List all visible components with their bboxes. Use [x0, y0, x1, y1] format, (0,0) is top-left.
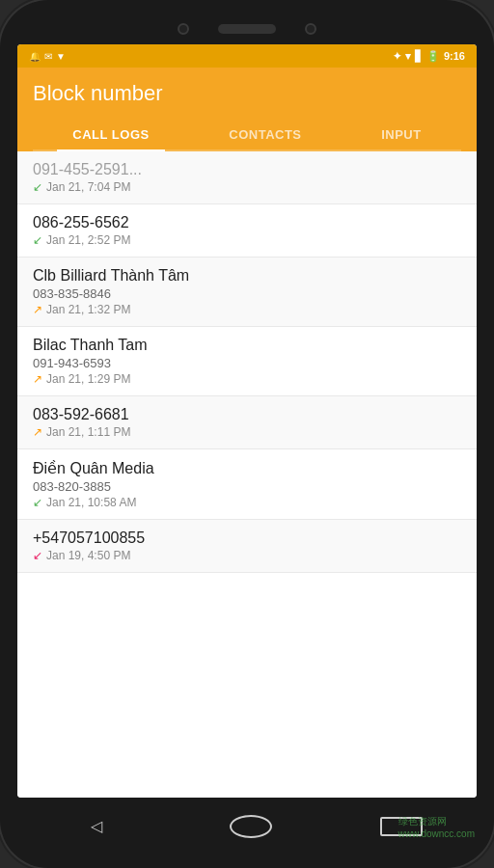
- list-item[interactable]: Điền Quân Media 083-820-3885 ↙ Jan 21, 1…: [17, 449, 477, 520]
- status-icons-right: ✦ ▾ ▋ 🔋 9:16: [393, 50, 465, 63]
- contact-name: 083-592-6681: [33, 406, 461, 423]
- call-meta: ↗ Jan 21, 1:29 PM: [33, 372, 461, 386]
- call-time: Jan 21, 7:04 PM: [46, 180, 130, 194]
- call-meta: ↙ Jan 21, 7:04 PM: [33, 180, 461, 194]
- list-item[interactable]: 083-592-6681 ↗ Jan 21, 1:11 PM: [17, 396, 477, 449]
- call-time: Jan 21, 1:32 PM: [46, 303, 130, 316]
- phone-top-bar: [17, 17, 477, 44]
- earpiece-speaker: [218, 24, 276, 34]
- call-time: Jan 21, 1:29 PM: [46, 372, 130, 386]
- call-time: Jan 21, 1:11 PM: [46, 425, 130, 439]
- tab-bar: CALL LOGS CONTACTS INPUT: [33, 120, 461, 151]
- contact-number: 091-943-6593: [33, 356, 461, 370]
- call-direction-icon: ↗: [33, 372, 42, 386]
- app-title: Block number: [33, 81, 461, 106]
- call-meta: ↗ Jan 21, 1:11 PM: [33, 425, 461, 439]
- location-icon: ▼: [56, 51, 66, 62]
- contact-name: 086-255-6562: [33, 214, 461, 231]
- call-meta: ↙ Jan 19, 4:50 PM: [33, 549, 461, 562]
- call-list: 091-455-2591... ↙ Jan 21, 7:04 PM 086-25…: [17, 151, 477, 798]
- call-direction-icon: ↗: [33, 425, 42, 439]
- call-direction-icon: ↗: [33, 303, 42, 316]
- tab-call-logs[interactable]: CALL LOGS: [57, 120, 164, 149]
- call-time: Jan 21, 2:52 PM: [46, 233, 130, 247]
- call-time: Jan 19, 4:50 PM: [46, 549, 130, 562]
- tab-contacts[interactable]: CONTACTS: [213, 120, 316, 149]
- contact-number: 083-835-8846: [33, 286, 461, 301]
- list-item[interactable]: Clb Billiard Thành Tâm 083-835-8846 ↗ Ja…: [17, 258, 477, 327]
- list-item[interactable]: 086-255-6562 ↙ Jan 21, 2:52 PM: [17, 204, 477, 258]
- contact-name: Điền Quân Media: [33, 459, 461, 477]
- time-display: 9:16: [444, 50, 465, 62]
- email-icon: ✉: [44, 51, 52, 62]
- list-item[interactable]: +547057100855 ↙ Jan 19, 4:50 PM: [17, 520, 477, 573]
- call-direction-icon: ↙: [33, 549, 42, 562]
- status-icons-left: 🔔 ✉ ▼: [29, 51, 66, 62]
- call-meta: ↙ Jan 21, 2:52 PM: [33, 233, 461, 247]
- wifi-icon: ▾: [405, 50, 411, 63]
- call-direction-icon: ↙: [33, 496, 42, 509]
- call-meta: ↗ Jan 21, 1:32 PM: [33, 303, 461, 316]
- front-camera: [178, 23, 189, 35]
- contact-name: Clb Billiard Thành Tâm: [33, 267, 461, 285]
- sensor: [305, 23, 316, 35]
- watermark: 绿色资源网www.downcc.com: [398, 815, 475, 839]
- call-time: Jan 21, 10:58 AM: [46, 496, 136, 509]
- tab-input[interactable]: INPUT: [366, 120, 437, 149]
- contact-name: +547057100855: [33, 529, 461, 547]
- phone-screen: 🔔 ✉ ▼ ✦ ▾ ▋ 🔋 9:16 Block number CALL LOG…: [17, 44, 477, 798]
- signal-icon: ▋: [415, 50, 423, 63]
- bluetooth-icon: ✦: [393, 50, 401, 63]
- contact-name: 091-455-2591...: [33, 161, 461, 178]
- contact-name: Bilac Thanh Tam: [33, 337, 461, 354]
- list-item[interactable]: Bilac Thanh Tam 091-943-6593 ↗ Jan 21, 1…: [17, 327, 477, 396]
- app-header: Block number CALL LOGS CONTACTS INPUT: [17, 68, 477, 151]
- back-button[interactable]: ◁: [71, 811, 122, 841]
- call-meta: ↙ Jan 21, 10:58 AM: [33, 496, 461, 509]
- notification-icon: 🔔: [29, 51, 41, 62]
- contact-number: 083-820-3885: [33, 479, 461, 494]
- list-item[interactable]: 091-455-2591... ↙ Jan 21, 7:04 PM: [17, 151, 477, 204]
- home-button[interactable]: [230, 815, 272, 838]
- call-direction-icon: ↙: [33, 180, 42, 194]
- battery-icon: 🔋: [426, 50, 440, 63]
- status-bar: 🔔 ✉ ▼ ✦ ▾ ▋ 🔋 9:16: [17, 44, 477, 68]
- phone-frame: 🔔 ✉ ▼ ✦ ▾ ▋ 🔋 9:16 Block number CALL LOG…: [0, 0, 494, 868]
- call-direction-icon: ↙: [33, 233, 42, 247]
